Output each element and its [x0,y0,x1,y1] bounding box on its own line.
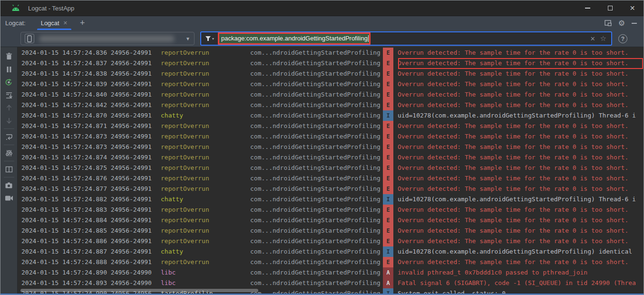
log-row[interactable]: 2024-01-15 14:57:24.840 24956-24991repor… [18,89,644,100]
log-message: Overrun detected: The sample time for th… [393,152,644,163]
configure-logcat-button[interactable] [2,147,16,159]
log-timestamp: 2024-01-15 14:57:24.888 24956-24991 [18,257,161,267]
log-timestamp: 2024-01-15 14:57:24.884 24956-24991 [18,215,161,226]
scroll-to-end-icon [5,91,13,99]
log-message: Overrun detected: The sample time for th… [393,236,644,246]
log-package: com...ndroidGettingStartedProfiling [250,278,383,288]
log-package: com...ndroidGettingStartedProfiling [250,142,383,152]
log-message: Overrun detected: The sample time for th… [393,69,644,79]
close-icon: ✕ [630,5,635,11]
log-timestamp: 2024-01-15 14:57:24.873 24956-24991 [18,142,161,152]
soft-wrap-button[interactable] [2,130,16,143]
maximize-button[interactable] [599,0,621,16]
tab-logcat[interactable]: Logcat ✕ [36,16,72,30]
minimize-icon [585,8,590,9]
log-area[interactable]: 2024-01-15 14:57:24.836 24956-24991repor… [18,47,644,294]
log-row[interactable]: 2024-01-15 14:57:24.874 24956-24991repor… [18,152,644,163]
log-row[interactable]: 2024-01-15 14:57:24.876 24956-24991repor… [18,173,644,184]
log-level-badge: E [383,79,393,89]
log-row[interactable]: 2024-01-15 14:57:24.887 24956-24991chatt… [18,246,644,257]
log-level-badge: E [383,205,393,215]
log-package: com...ndroidGettingStartedProfiling [250,163,383,173]
filter-funnel-icon[interactable]: ▾ [205,36,214,41]
log-row[interactable]: 2024-01-15 14:57:24.877 24956-24991repor… [18,184,644,194]
log-row[interactable]: 2024-01-15 14:57:24.884 24956-24991repor… [18,215,644,226]
log-message: Overrun detected: The sample time for th… [393,257,644,267]
device-selector[interactable]: ▼ [20,32,195,45]
title-bar: Logcat - TestApp ✕ [0,0,644,16]
log-timestamp: 2024-01-15 14:57:24.873 24956-24991 [18,131,161,142]
restart-logcat-button[interactable] [2,76,16,88]
log-row[interactable]: 2024-01-15 14:57:24.837 24956-24991repor… [18,58,644,69]
log-row[interactable]: 2024-01-15 14:57:24.882 24956-24991chatt… [18,194,644,205]
log-row[interactable]: 2024-01-15 14:57:24.836 24956-24991repor… [18,48,644,58]
minimize-button[interactable] [576,0,599,16]
device-icon-frame [25,34,34,43]
log-row[interactable]: 2024-01-15 14:57:24.893 24956-24990libcc… [18,278,644,288]
next-occurrence-button[interactable] [2,114,16,127]
log-message: Overrun detected: The sample time for th… [393,205,644,215]
log-timestamp: 2024-01-15 14:57:24.871 24956-24991 [18,121,161,131]
log-timestamp: 2024-01-15 14:57:24.875 24956-24991 [18,163,161,173]
log-timestamp: 2024-01-15 14:57:24.870 24956-24991 [18,110,161,121]
gear-icon[interactable]: ⚙ [618,19,625,28]
tab-close-icon[interactable]: ✕ [63,20,68,26]
log-package: com...ndroidGettingStartedProfiling [250,79,383,89]
log-row[interactable]: 2024-01-15 14:57:24.870 24956-24991chatt… [18,110,644,121]
log-level-badge: E [383,257,393,267]
log-row[interactable]: 2024-01-15 14:57:24.838 24956-24991repor… [18,69,644,79]
log-row[interactable]: 2024-01-15 14:57:24.873 24956-24991repor… [18,131,644,142]
pause-logcat-button[interactable] [2,63,16,76]
add-tab-button[interactable]: + [80,18,85,28]
horizontal-scrollbar[interactable] [20,289,258,292]
toolbar-separator [4,177,14,177]
phone-icon [27,35,32,42]
scroll-to-end-button[interactable] [2,88,16,101]
log-row[interactable]: 2024-01-15 14:57:24.890 24956-24990libcc… [18,267,644,278]
log-package: com...ndroidGettingStartedProfiling [250,121,383,131]
log-message: Overrun detected: The sample time for th… [393,48,644,58]
log-message: Overrun detected: The sample time for th… [393,121,644,131]
log-package: com...ndroidGettingStartedProfiling [250,89,383,100]
log-tag: reportOverrun [161,163,250,173]
log-row[interactable]: 2024-01-15 14:57:24.873 24956-24991repor… [18,142,644,152]
log-level-badge: E [383,215,393,226]
log-tag: reportOverrun [161,131,250,142]
log-timestamp: 2024-01-15 14:57:24.842 24956-24991 [18,100,161,110]
log-level-badge: E [383,121,393,131]
log-row[interactable]: 2024-01-15 14:57:24.875 24956-24991repor… [18,163,644,173]
log-row[interactable]: 2024-01-15 14:57:24.842 24956-24991repor… [18,100,644,110]
log-tag: reportOverrun [161,58,250,69]
filter-query-text[interactable]: package:com.example.androidGettingStarte… [218,32,371,45]
log-timestamp: 2024-01-15 14:57:24.836 24956-24991 [18,48,161,58]
split-panels-button[interactable] [2,163,16,176]
hide-panel-icon[interactable] [632,23,637,24]
log-row[interactable]: 2024-01-15 14:57:24.883 24956-24991repor… [18,205,644,215]
favorite-star-icon[interactable]: ☆ [600,34,606,43]
log-timestamp: 2024-01-15 14:57:24.893 24956-24990 [18,278,161,288]
log-tag: chatty [161,246,250,257]
log-row[interactable]: 2024-01-15 14:57:24.885 24956-24991repor… [18,226,644,236]
screenshot-icon [5,182,13,189]
log-row[interactable]: 2024-01-15 14:57:24.871 24956-24991repor… [18,121,644,131]
log-row[interactable]: 2024-01-15 14:57:24.888 24956-24991repor… [18,257,644,267]
log-row[interactable]: 2024-01-15 14:57:24.886 24956-24991repor… [18,236,644,246]
clear-filter-icon[interactable]: ✕ [590,35,595,42]
clear-logcat-button[interactable] [2,50,16,63]
log-message: invalid pthread_t 0x7bddd1c0 passed to p… [393,267,644,278]
previous-occurrence-button[interactable] [2,101,16,114]
log-level-badge: E [383,184,393,194]
close-button[interactable]: ✕ [621,0,644,16]
log-row[interactable]: 2024-01-15 14:57:24.839 24956-24991repor… [18,79,644,89]
screenshot-button[interactable] [2,179,16,192]
chevron-down-icon[interactable]: ▼ [185,36,190,41]
split-panels-icon [5,166,13,173]
layout-icon[interactable] [605,20,612,26]
log-timestamp: 2024-01-15 14:57:24.885 24956-24991 [18,226,161,236]
log-tag: reportOverrun [161,205,250,215]
screen-record-button[interactable] [2,192,16,205]
tab-group-label: Logcat: [5,20,26,27]
log-level-badge: E [383,69,393,79]
help-button[interactable]: ? [618,34,627,43]
filter-input[interactable]: ▾ package:com.example.androidGettingStar… [200,31,612,46]
